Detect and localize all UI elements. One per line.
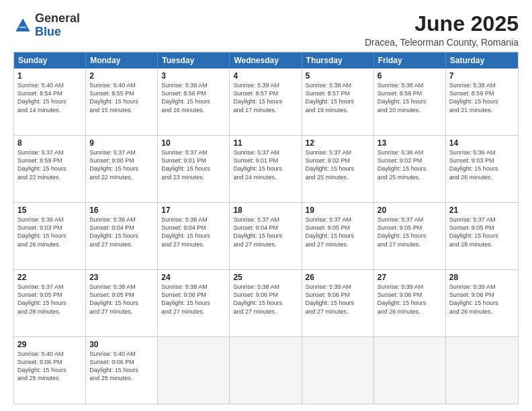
day-number: 26 (306, 273, 370, 282)
calendar-row: 1Sunrise: 5:40 AMSunset: 8:54 PMDaylight… (14, 68, 518, 135)
cell-text: Sunrise: 5:39 AMSunset: 8:57 PMDaylight:… (233, 81, 298, 114)
day-number: 3 (161, 71, 226, 81)
calendar-cell: 28Sunrise: 5:39 AMSunset: 9:06 PMDayligh… (446, 270, 518, 336)
day-number: 7 (449, 71, 515, 81)
calendar-header-cell: Sunday (14, 52, 86, 68)
logo-blue: Blue (35, 25, 61, 38)
day-number: 20 (378, 205, 442, 215)
calendar-cell: 24Sunrise: 5:38 AMSunset: 9:06 PMDayligh… (158, 270, 230, 336)
calendar-cell: 21Sunrise: 5:37 AMSunset: 9:05 PMDayligh… (446, 203, 518, 269)
cell-text: Sunrise: 5:36 AMSunset: 9:03 PMDaylight:… (17, 216, 82, 248)
day-number: 29 (17, 340, 82, 349)
calendar-cell: 10Sunrise: 5:37 AMSunset: 9:01 PMDayligh… (158, 136, 230, 202)
day-number: 15 (17, 205, 82, 215)
cell-text: Sunrise: 5:37 AMSunset: 9:04 PMDaylight:… (233, 216, 298, 248)
day-number: 17 (161, 205, 226, 215)
day-number: 9 (89, 138, 154, 148)
logo: General Blue (13, 12, 80, 39)
calendar-cell: 9Sunrise: 5:37 AMSunset: 9:00 PMDaylight… (86, 136, 158, 202)
calendar-cell: 20Sunrise: 5:37 AMSunset: 9:05 PMDayligh… (374, 203, 446, 269)
calendar-body: 1Sunrise: 5:40 AMSunset: 8:54 PMDaylight… (14, 68, 518, 404)
calendar-cell: 17Sunrise: 5:36 AMSunset: 9:04 PMDayligh… (158, 203, 230, 269)
cell-text: Sunrise: 5:40 AMSunset: 8:55 PMDaylight:… (89, 81, 154, 114)
day-number: 5 (306, 71, 370, 81)
day-number: 13 (378, 138, 442, 148)
calendar-cell: 1Sunrise: 5:40 AMSunset: 8:54 PMDaylight… (14, 68, 86, 135)
day-number: 2 (89, 71, 154, 81)
calendar-cell: 22Sunrise: 5:37 AMSunset: 9:05 PMDayligh… (14, 270, 86, 336)
day-number: 1 (17, 71, 82, 81)
calendar-cell: 14Sunrise: 5:36 AMSunset: 9:03 PMDayligh… (446, 136, 518, 202)
day-number: 25 (233, 273, 298, 282)
cell-text: Sunrise: 5:37 AMSunset: 9:05 PMDaylight:… (17, 283, 82, 316)
day-number: 28 (449, 273, 515, 282)
day-number: 16 (89, 205, 154, 215)
calendar-cell: 4Sunrise: 5:39 AMSunset: 8:57 PMDaylight… (230, 68, 302, 135)
cell-text: Sunrise: 5:38 AMSunset: 9:05 PMDaylight:… (89, 283, 154, 316)
calendar-header-cell: Thursday (302, 52, 374, 68)
cell-text: Sunrise: 5:36 AMSunset: 9:02 PMDaylight:… (378, 148, 442, 181)
calendar-cell: 7Sunrise: 5:38 AMSunset: 8:59 PMDaylight… (446, 68, 518, 135)
cell-text: Sunrise: 5:37 AMSunset: 9:05 PMDaylight:… (449, 216, 515, 248)
cell-text: Sunrise: 5:38 AMSunset: 8:57 PMDaylight:… (306, 81, 370, 114)
logo-icon (13, 16, 32, 35)
cell-text: Sunrise: 5:36 AMSunset: 9:04 PMDaylight:… (161, 216, 226, 248)
calendar-cell: 12Sunrise: 5:37 AMSunset: 9:02 PMDayligh… (302, 136, 374, 202)
calendar-header-cell: Wednesday (230, 52, 302, 68)
cell-text: Sunrise: 5:37 AMSunset: 8:59 PMDaylight:… (17, 148, 82, 181)
calendar-row: 29Sunrise: 5:40 AMSunset: 9:06 PMDayligh… (14, 336, 518, 404)
calendar-header-cell: Friday (374, 52, 446, 68)
cell-text: Sunrise: 5:39 AMSunset: 9:06 PMDaylight:… (306, 283, 370, 316)
calendar-cell (158, 337, 230, 404)
day-number: 4 (233, 71, 298, 81)
calendar-cell: 5Sunrise: 5:38 AMSunset: 8:57 PMDaylight… (302, 68, 374, 135)
calendar-row: 8Sunrise: 5:37 AMSunset: 8:59 PMDaylight… (14, 135, 518, 202)
calendar-cell: 25Sunrise: 5:38 AMSunset: 9:06 PMDayligh… (230, 270, 302, 336)
day-number: 19 (306, 205, 370, 215)
day-number: 8 (17, 138, 82, 148)
title-month: June 2025 (365, 12, 519, 36)
calendar-cell: 19Sunrise: 5:37 AMSunset: 9:05 PMDayligh… (302, 203, 374, 269)
cell-text: Sunrise: 5:38 AMSunset: 8:58 PMDaylight:… (378, 81, 442, 114)
day-number: 22 (17, 273, 82, 282)
calendar-cell: 29Sunrise: 5:40 AMSunset: 9:06 PMDayligh… (14, 337, 86, 404)
cell-text: Sunrise: 5:39 AMSunset: 8:56 PMDaylight:… (161, 81, 226, 114)
day-number: 6 (378, 71, 442, 81)
cell-text: Sunrise: 5:37 AMSunset: 9:00 PMDaylight:… (89, 148, 154, 181)
calendar-cell: 16Sunrise: 5:36 AMSunset: 9:04 PMDayligh… (86, 203, 158, 269)
calendar-row: 15Sunrise: 5:36 AMSunset: 9:03 PMDayligh… (14, 202, 518, 269)
svg-marker-1 (17, 21, 29, 30)
cell-text: Sunrise: 5:37 AMSunset: 9:05 PMDaylight:… (306, 216, 370, 248)
calendar-cell: 15Sunrise: 5:36 AMSunset: 9:03 PMDayligh… (14, 203, 86, 269)
calendar-row: 22Sunrise: 5:37 AMSunset: 9:05 PMDayligh… (14, 269, 518, 336)
calendar-header-cell: Tuesday (158, 52, 230, 68)
day-number: 10 (161, 138, 226, 148)
calendar-cell (374, 337, 446, 404)
calendar-cell (230, 337, 302, 404)
calendar-cell: 26Sunrise: 5:39 AMSunset: 9:06 PMDayligh… (302, 270, 374, 336)
calendar-cell: 27Sunrise: 5:39 AMSunset: 9:06 PMDayligh… (374, 270, 446, 336)
cell-text: Sunrise: 5:39 AMSunset: 9:06 PMDaylight:… (378, 283, 442, 316)
day-number: 21 (449, 205, 515, 215)
calendar-cell: 30Sunrise: 5:40 AMSunset: 9:06 PMDayligh… (86, 337, 158, 404)
day-number: 11 (233, 138, 298, 148)
calendar-header: SundayMondayTuesdayWednesdayThursdayFrid… (14, 52, 518, 68)
calendar-cell (302, 337, 374, 404)
cell-text: Sunrise: 5:36 AMSunset: 9:04 PMDaylight:… (89, 216, 154, 248)
calendar-cell: 11Sunrise: 5:37 AMSunset: 9:01 PMDayligh… (230, 136, 302, 202)
calendar-cell: 6Sunrise: 5:38 AMSunset: 8:58 PMDaylight… (374, 68, 446, 135)
cell-text: Sunrise: 5:39 AMSunset: 9:06 PMDaylight:… (449, 283, 515, 316)
calendar-cell: 8Sunrise: 5:37 AMSunset: 8:59 PMDaylight… (14, 136, 86, 202)
day-number: 12 (306, 138, 370, 148)
header: General Blue June 2025 Dracea, Teleorman… (13, 12, 519, 48)
cell-text: Sunrise: 5:40 AMSunset: 8:54 PMDaylight:… (17, 81, 82, 114)
day-number: 24 (161, 273, 226, 282)
svg-rect-2 (19, 27, 27, 28)
calendar-header-cell: Monday (86, 52, 158, 68)
cell-text: Sunrise: 5:38 AMSunset: 9:06 PMDaylight:… (161, 283, 226, 316)
cell-text: Sunrise: 5:37 AMSunset: 9:01 PMDaylight:… (233, 148, 298, 181)
logo-text: General Blue (35, 12, 80, 39)
cell-text: Sunrise: 5:36 AMSunset: 9:03 PMDaylight:… (449, 148, 515, 181)
page: General Blue June 2025 Dracea, Teleorman… (0, 0, 532, 411)
calendar-cell: 18Sunrise: 5:37 AMSunset: 9:04 PMDayligh… (230, 203, 302, 269)
